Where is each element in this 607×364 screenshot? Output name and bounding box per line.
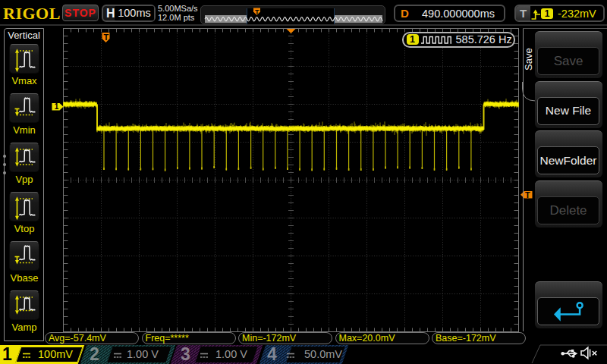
svg-text:T: T [104,33,109,42]
svg-text:T: T [525,190,530,199]
svg-text:T: T [255,8,259,16]
svg-text:1: 1 [55,102,59,111]
